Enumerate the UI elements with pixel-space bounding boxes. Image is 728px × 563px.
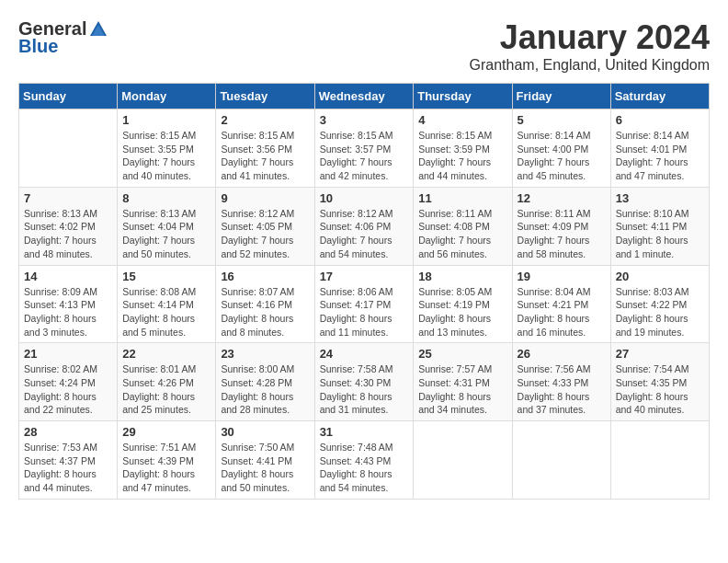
sunrise-text: Sunrise: 8:02 AM: [24, 363, 97, 374]
day-info: Sunrise: 8:02 AM Sunset: 4:24 PM Dayligh…: [24, 362, 112, 417]
header-row: SundayMondayTuesdayWednesdayThursdayFrid…: [19, 84, 710, 109]
day-number: 14: [24, 270, 112, 283]
daylight-text: Daylight: 7 hours and 48 minutes.: [24, 235, 97, 259]
day-number: 10: [320, 191, 409, 205]
day-number: 2: [221, 113, 309, 127]
sunset-text: Sunset: 4:14 PM: [122, 299, 194, 310]
day-info: Sunrise: 8:09 AM Sunset: 4:13 PM Dayligh…: [24, 285, 112, 339]
daylight-text: Daylight: 7 hours and 47 minutes.: [616, 156, 688, 181]
sunrise-text: Sunrise: 8:14 AM: [616, 130, 689, 141]
sunset-text: Sunset: 4:26 PM: [122, 377, 194, 388]
day-info: Sunrise: 7:58 AM Sunset: 4:30 PM Dayligh…: [320, 362, 409, 417]
day-info: Sunrise: 8:05 AM Sunset: 4:19 PM Dayligh…: [418, 285, 506, 339]
sunset-text: Sunset: 4:11 PM: [616, 221, 688, 232]
day-info: Sunrise: 8:03 AM Sunset: 4:22 PM Dayligh…: [616, 285, 704, 339]
calendar-cell: 28 Sunrise: 7:53 AM Sunset: 4:37 PM Dayl…: [19, 421, 118, 500]
calendar-cell: 20 Sunrise: 8:03 AM Sunset: 4:22 PM Dayl…: [610, 265, 709, 343]
location-subtitle: Grantham, England, United Kingdom: [470, 57, 710, 74]
sunset-text: Sunset: 4:33 PM: [518, 377, 589, 388]
logo-blue: Blue: [18, 36, 58, 57]
daylight-text: Daylight: 8 hours and 1 minute.: [616, 235, 688, 259]
day-info: Sunrise: 7:48 AM Sunset: 4:43 PM Dayligh…: [320, 441, 409, 495]
day-number: 22: [122, 347, 210, 361]
sunrise-text: Sunrise: 8:13 AM: [24, 208, 97, 219]
day-number: 31: [320, 425, 409, 439]
day-number: 29: [122, 425, 210, 439]
daylight-text: Daylight: 8 hours and 54 minutes.: [320, 468, 392, 493]
sunrise-text: Sunrise: 8:08 AM: [122, 286, 196, 297]
day-number: 15: [122, 270, 210, 283]
calendar-cell: [512, 421, 610, 500]
calendar-cell: [414, 421, 512, 500]
day-header-wednesday: Wednesday: [314, 84, 414, 109]
day-info: Sunrise: 7:51 AM Sunset: 4:39 PM Dayligh…: [122, 441, 210, 495]
day-info: Sunrise: 8:15 AM Sunset: 3:56 PM Dayligh…: [221, 129, 309, 183]
sunset-text: Sunset: 4:09 PM: [518, 221, 589, 232]
day-info: Sunrise: 8:12 AM Sunset: 4:05 PM Dayligh…: [221, 207, 309, 261]
sunset-text: Sunset: 4:21 PM: [518, 299, 589, 310]
day-info: Sunrise: 7:54 AM Sunset: 4:35 PM Dayligh…: [616, 362, 704, 417]
day-number: 25: [418, 347, 506, 361]
sunset-text: Sunset: 4:39 PM: [122, 455, 194, 466]
calendar-cell: 6 Sunrise: 8:14 AM Sunset: 4:01 PM Dayli…: [610, 109, 709, 188]
day-number: 27: [616, 347, 704, 361]
calendar-cell: 12 Sunrise: 8:11 AM Sunset: 4:09 PM Dayl…: [512, 187, 610, 265]
day-info: Sunrise: 8:13 AM Sunset: 4:02 PM Dayligh…: [24, 207, 112, 261]
day-number: 28: [24, 425, 112, 439]
calendar-cell: 23 Sunrise: 8:00 AM Sunset: 4:28 PM Dayl…: [216, 343, 314, 421]
daylight-text: Daylight: 8 hours and 50 minutes.: [221, 468, 293, 493]
sunrise-text: Sunrise: 8:11 AM: [418, 208, 492, 219]
daylight-text: Daylight: 8 hours and 8 minutes.: [221, 313, 293, 338]
day-header-sunday: Sunday: [19, 84, 118, 109]
daylight-text: Daylight: 8 hours and 5 minutes.: [122, 313, 195, 338]
sunrise-text: Sunrise: 7:50 AM: [221, 442, 294, 453]
sunrise-text: Sunrise: 8:11 AM: [518, 208, 591, 219]
calendar-cell: 19 Sunrise: 8:04 AM Sunset: 4:21 PM Dayl…: [512, 265, 610, 343]
day-info: Sunrise: 7:53 AM Sunset: 4:37 PM Dayligh…: [24, 441, 112, 495]
sunrise-text: Sunrise: 7:57 AM: [418, 363, 492, 374]
sunrise-text: Sunrise: 8:05 AM: [418, 286, 492, 297]
calendar-cell: [19, 109, 118, 188]
sunrise-text: Sunrise: 8:15 AM: [320, 130, 393, 141]
calendar-cell: 11 Sunrise: 8:11 AM Sunset: 4:08 PM Dayl…: [414, 187, 512, 265]
sunrise-text: Sunrise: 7:48 AM: [320, 442, 393, 453]
header: General Blue January 2024 Grantham, Engl…: [18, 18, 710, 74]
day-info: Sunrise: 8:15 AM Sunset: 3:55 PM Dayligh…: [122, 129, 210, 183]
calendar-cell: 24 Sunrise: 7:58 AM Sunset: 4:30 PM Dayl…: [314, 343, 414, 421]
sunrise-text: Sunrise: 8:01 AM: [122, 363, 196, 374]
calendar-cell: 17 Sunrise: 8:06 AM Sunset: 4:17 PM Dayl…: [314, 265, 414, 343]
daylight-text: Daylight: 8 hours and 28 minutes.: [221, 391, 293, 416]
sunrise-text: Sunrise: 8:10 AM: [616, 208, 689, 219]
sunrise-text: Sunrise: 8:14 AM: [518, 130, 591, 141]
day-header-tuesday: Tuesday: [216, 84, 314, 109]
daylight-text: Daylight: 7 hours and 56 minutes.: [418, 235, 491, 259]
sunrise-text: Sunrise: 7:58 AM: [320, 363, 393, 374]
daylight-text: Daylight: 7 hours and 42 minutes.: [320, 156, 392, 181]
sunrise-text: Sunrise: 8:04 AM: [518, 286, 591, 297]
calendar-cell: 22 Sunrise: 8:01 AM Sunset: 4:26 PM Dayl…: [118, 343, 216, 421]
daylight-text: Daylight: 8 hours and 13 minutes.: [418, 313, 491, 338]
day-number: 26: [518, 347, 606, 361]
daylight-text: Daylight: 8 hours and 19 minutes.: [616, 313, 688, 338]
day-info: Sunrise: 7:50 AM Sunset: 4:41 PM Dayligh…: [221, 441, 309, 495]
sunset-text: Sunset: 4:24 PM: [24, 377, 96, 388]
day-number: 30: [221, 425, 309, 439]
sunrise-text: Sunrise: 8:00 AM: [221, 363, 294, 374]
sunset-text: Sunset: 4:22 PM: [616, 299, 688, 310]
day-info: Sunrise: 8:15 AM Sunset: 3:57 PM Dayligh…: [320, 129, 409, 183]
calendar-cell: 4 Sunrise: 8:15 AM Sunset: 3:59 PM Dayli…: [414, 109, 512, 188]
calendar-cell: 31 Sunrise: 7:48 AM Sunset: 4:43 PM Dayl…: [314, 421, 414, 500]
calendar-cell: 30 Sunrise: 7:50 AM Sunset: 4:41 PM Dayl…: [216, 421, 314, 500]
day-number: 7: [24, 191, 112, 205]
daylight-text: Daylight: 8 hours and 37 minutes.: [518, 391, 590, 416]
day-number: 11: [418, 191, 506, 205]
day-number: 8: [122, 191, 210, 205]
daylight-text: Daylight: 7 hours and 40 minutes.: [122, 156, 195, 181]
day-info: Sunrise: 8:01 AM Sunset: 4:26 PM Dayligh…: [122, 362, 210, 417]
daylight-text: Daylight: 7 hours and 45 minutes.: [518, 156, 590, 181]
day-number: 16: [221, 270, 309, 283]
sunset-text: Sunset: 4:00 PM: [518, 144, 589, 155]
daylight-text: Daylight: 8 hours and 16 minutes.: [518, 313, 590, 338]
daylight-text: Daylight: 7 hours and 54 minutes.: [320, 235, 392, 259]
sunset-text: Sunset: 4:17 PM: [320, 299, 392, 310]
